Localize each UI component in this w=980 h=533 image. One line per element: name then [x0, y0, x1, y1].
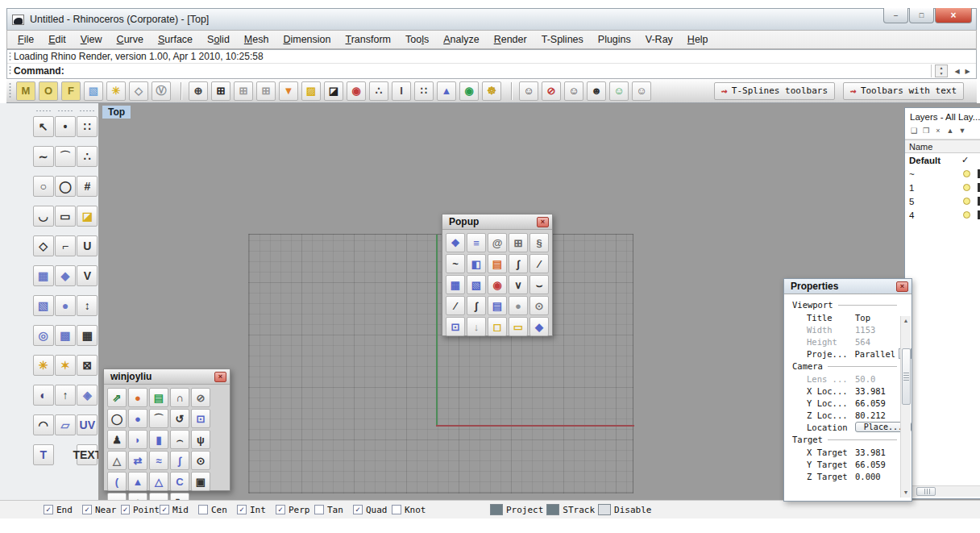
v-direction-icon[interactable]: V — [77, 265, 98, 286]
ellipse-icon[interactable]: ◯ — [55, 176, 76, 197]
branch-icon[interactable]: ψ — [191, 430, 210, 449]
prev-command-icon[interactable]: ◀ — [952, 68, 962, 75]
sphere-gray-icon[interactable]: ● — [509, 296, 528, 315]
c-curve-icon[interactable]: C — [170, 472, 189, 491]
vscroll-thumb[interactable] — [902, 348, 911, 405]
circle-icon[interactable]: ○ — [33, 176, 54, 197]
boolean-icon[interactable]: ◐ — [33, 385, 54, 406]
osnap-end-checkbox[interactable]: ✓ — [44, 505, 53, 514]
cylinder-icon[interactable]: ▮ — [149, 430, 168, 449]
spring-icon[interactable]: § — [529, 233, 549, 252]
blob-icon[interactable]: ◗ — [128, 430, 147, 449]
osnap-end[interactable]: ✓End — [44, 505, 82, 515]
osnap-mid[interactable]: ✓Mid — [160, 505, 198, 515]
osnap-quad[interactable]: ✓Quad — [353, 505, 392, 515]
menu-item-v-ray[interactable]: V-Ray — [638, 31, 680, 48]
named-view-flag-icon[interactable]: ☺ — [609, 81, 629, 101]
move-layer-up-icon[interactable]: ▲ — [945, 125, 956, 136]
scroll-down-icon[interactable]: ▼ — [936, 71, 947, 77]
point-icon[interactable]: • — [55, 116, 76, 137]
select-icon[interactable]: ↖ — [33, 116, 54, 137]
extrude-icon[interactable]: ↑ — [55, 385, 76, 406]
layers-column-header[interactable]: Name — [905, 139, 980, 153]
menu-item-t-splines[interactable]: T-Splines — [534, 31, 591, 48]
scroll-up-icon[interactable]: ▲ — [903, 316, 909, 326]
command-line[interactable]: Command: ▲ ▼ ◀ ▶ — [7, 64, 976, 77]
line-icon[interactable]: ⁄ — [446, 296, 465, 315]
rect-point-icon[interactable]: ▣ — [191, 472, 210, 491]
maximize-icon[interactable]: □ — [909, 8, 934, 23]
menu-item-view[interactable]: View — [73, 31, 110, 48]
box-mesh-icon[interactable]: ⊡ — [446, 317, 465, 336]
menu-item-tools[interactable]: Tools — [398, 31, 436, 48]
radius-icon[interactable]: ⊕ — [189, 81, 208, 101]
layer-visibility-bulb-icon[interactable] — [963, 211, 970, 219]
burst-icon[interactable]: ✳ — [106, 81, 126, 101]
book-icon[interactable]: ◧ — [467, 254, 486, 273]
cone-line-icon[interactable]: △ — [107, 451, 127, 470]
offset-surface-icon[interactable]: ≡ — [467, 233, 486, 252]
panel-bw-icon[interactable]: ◪ — [324, 81, 343, 101]
arc-icon[interactable]: ◠ — [33, 414, 54, 435]
comb-icon[interactable]: ⌢ — [170, 430, 189, 449]
grid-2-icon[interactable]: ▦ — [77, 325, 98, 346]
emap-icon[interactable]: ◉ — [488, 275, 507, 294]
eye-icon[interactable]: ⊙ — [529, 296, 549, 315]
box-arrow-icon[interactable]: ⊠ — [77, 355, 98, 376]
scroll-up-icon[interactable]: ▲ — [936, 65, 947, 71]
color-ball-icon[interactable]: ◉ — [347, 81, 366, 101]
handle-curve-icon[interactable]: ⌣ — [529, 275, 549, 294]
drag-handle[interactable] — [9, 65, 11, 76]
polygon-icon[interactable]: ◇ — [33, 235, 54, 256]
wire-cylinder-icon[interactable]: ⊞ — [509, 233, 528, 252]
popup-close-icon[interactable]: × — [537, 217, 549, 227]
plane-yellow-icon[interactable]: ▭ — [509, 317, 528, 336]
handle-v-icon[interactable]: ∨ — [509, 275, 528, 294]
layers-panel-title[interactable]: Layers - All Lay... — [905, 108, 980, 123]
grid-plane-icon[interactable]: ▦ — [446, 275, 465, 294]
drip-icon[interactable]: ❖ — [446, 233, 465, 252]
close-icon[interactable]: × — [935, 8, 972, 23]
popup-title-bar[interactable]: Popup × — [442, 214, 552, 230]
layer-visibility-bulb-icon[interactable] — [963, 184, 970, 191]
menu-item-help[interactable]: Help — [680, 31, 716, 48]
swoosh-icon[interactable]: ∫ — [170, 451, 189, 470]
osnap-perp[interactable]: ✓Perp — [276, 505, 314, 515]
curve-icon[interactable]: ◡ — [33, 206, 54, 227]
sphere-blue-icon[interactable]: ● — [128, 409, 147, 428]
osnap-perp-checkbox[interactable]: ✓ — [276, 505, 285, 514]
winjoyliu-close-icon[interactable]: × — [214, 372, 226, 382]
striped-surface-icon[interactable]: ▤ — [488, 296, 507, 315]
graph-curve-icon[interactable]: ∫ — [509, 254, 528, 273]
insert-point-icon[interactable]: I — [392, 81, 411, 101]
explode-icon[interactable]: ✳ — [33, 355, 54, 376]
properties-close-icon[interactable]: × — [896, 281, 908, 292]
layer-visibility-bulb-icon[interactable] — [963, 170, 970, 177]
polysurface-icon[interactable]: ▩ — [55, 325, 76, 346]
grid-snap-icon[interactable]: ⊞ — [211, 81, 230, 101]
patch-blue-icon[interactable]: ◆ — [529, 317, 549, 336]
named-view-box-icon[interactable]: ☻ — [587, 81, 606, 101]
osnap-near[interactable]: ✓Near — [82, 505, 121, 515]
named-view-disable-icon[interactable]: ⊘ — [542, 81, 561, 101]
point-polygon-icon[interactable]: ∷ — [414, 81, 434, 101]
surface-points-icon[interactable]: ▦ — [33, 265, 54, 286]
rectangle-icon[interactable]: ▭ — [55, 206, 76, 227]
disable-toggle-button[interactable]: Disable — [598, 504, 651, 515]
patch-3-icon[interactable]: ◈ — [77, 385, 98, 406]
text-icon[interactable]: T — [33, 444, 54, 465]
grid-dim-2-icon[interactable]: ⊞ — [256, 81, 276, 101]
named-view-rotate-icon[interactable]: ☺ — [519, 81, 538, 101]
explode-2-icon[interactable]: ✶ — [55, 355, 76, 376]
grid-icon[interactable]: # — [77, 176, 98, 197]
winjoyliu-title-bar[interactable]: winjoyliu × — [104, 369, 230, 385]
knot-icon[interactable]: ↕ — [77, 295, 98, 316]
drape-icon[interactable]: ↓ — [467, 317, 486, 336]
flip-icon[interactable]: ⇄ — [128, 451, 147, 470]
menu-item-plugins[interactable]: Plugins — [591, 31, 638, 48]
check-v-icon[interactable]: Ⓥ — [152, 81, 171, 101]
osnap-knot[interactable]: Knot — [392, 505, 430, 515]
gear-icon[interactable]: ☸ — [482, 81, 501, 101]
polyline-points-icon[interactable]: ~ — [446, 254, 465, 273]
curvature-icon[interactable]: ∩ — [170, 388, 189, 407]
